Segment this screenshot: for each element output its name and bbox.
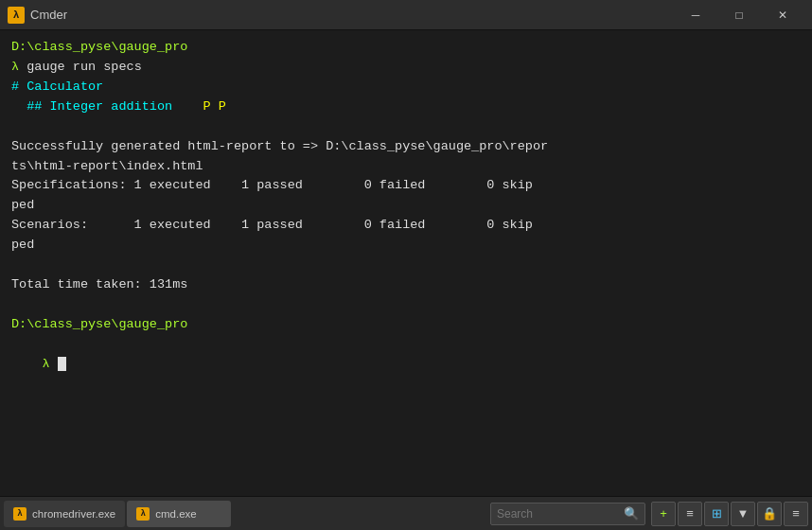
- search-icon: 🔍: [624, 506, 639, 521]
- terminal-cursor: [58, 357, 66, 371]
- menu-button[interactable]: ≡: [678, 502, 702, 526]
- terminal-line: ts\html-report\index.html: [11, 157, 801, 177]
- terminal-prompt-line: λ: [11, 335, 801, 395]
- terminal-line: [11, 117, 801, 137]
- tab-label: chromedriver.exe: [32, 508, 115, 520]
- maximize-button[interactable]: □: [717, 0, 761, 30]
- window-controls: ─ □ ✕: [674, 0, 804, 30]
- new-tab-button[interactable]: +: [651, 502, 676, 526]
- minimize-button[interactable]: ─: [674, 0, 717, 30]
- taskbar: λ chromedriver.exe λ cmd.exe 🔍 + ≡ ⊞ ▼ 🔒…: [0, 496, 812, 530]
- tab-icon: λ: [136, 507, 150, 521]
- terminal-line: λ gauge run specs: [11, 58, 801, 78]
- terminal-line: D:\class_pyse\gauge_pro: [11, 315, 801, 335]
- terminal-line: [11, 295, 801, 315]
- terminal-line: Total time taken: 131ms: [11, 275, 801, 295]
- tab-label: cmd.exe: [155, 508, 196, 520]
- title-bar: λ Cmder ─ □ ✕: [0, 0, 812, 30]
- dropdown-button[interactable]: ▼: [731, 502, 755, 526]
- taskbar-tab-cmd[interactable]: λ cmd.exe: [127, 501, 231, 527]
- terminal-line: # Calculator: [11, 78, 801, 97]
- prompt-lambda: λ: [42, 357, 57, 371]
- app-icon: λ: [8, 7, 25, 24]
- lock-button[interactable]: 🔒: [757, 502, 782, 526]
- close-button[interactable]: ✕: [761, 0, 804, 30]
- window-title: Cmder: [30, 8, 674, 22]
- terminal-line: D:\class_pyse\gauge_pro: [11, 38, 801, 58]
- tab-icon: λ: [13, 507, 26, 521]
- terminal-line: ped: [11, 236, 801, 256]
- terminal-line: [11, 256, 801, 275]
- terminal-line: ped: [11, 196, 801, 216]
- search-input[interactable]: [497, 507, 620, 521]
- terminal-output: D:\class_pyse\gauge_pro λ gauge run spec…: [0, 30, 812, 496]
- terminal-line: Successfully generated html-report to =>…: [11, 137, 801, 157]
- terminal-line: Scenarios: 1 executed 1 passed 0 failed …: [11, 216, 801, 236]
- grid-button[interactable]: ⊞: [704, 502, 729, 526]
- terminal-line: ## Integer addition P P: [11, 97, 801, 117]
- search-box[interactable]: 🔍: [490, 503, 645, 525]
- settings-button[interactable]: ≡: [784, 502, 808, 526]
- terminal-line: Specifications: 1 executed 1 passed 0 fa…: [11, 176, 801, 196]
- taskbar-tab-chromedriver[interactable]: λ chromedriver.exe: [4, 501, 125, 527]
- taskbar-actions: + ≡ ⊞ ▼ 🔒 ≡: [651, 502, 808, 526]
